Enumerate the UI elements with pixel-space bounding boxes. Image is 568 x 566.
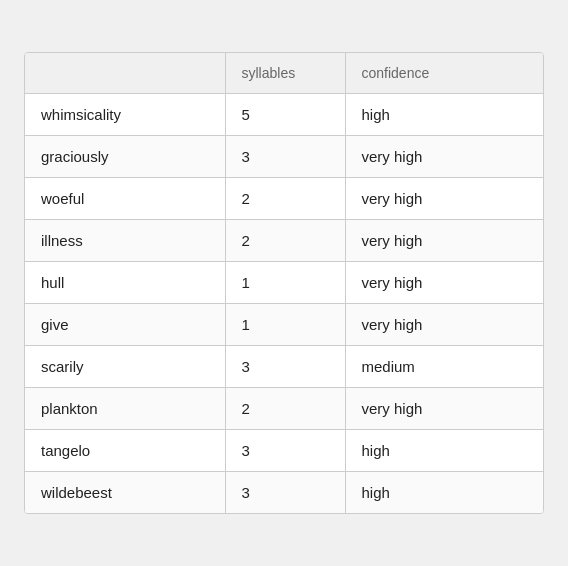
cell-word: give (25, 304, 225, 346)
cell-syllables: 2 (225, 178, 345, 220)
table-row: graciously3very high (25, 136, 543, 178)
cell-syllables: 3 (225, 136, 345, 178)
cell-word: plankton (25, 388, 225, 430)
data-table: syllables confidence whimsicality5highgr… (25, 53, 543, 513)
cell-word: wildebeest (25, 472, 225, 514)
cell-word: scarily (25, 346, 225, 388)
cell-confidence: high (345, 472, 543, 514)
cell-word: tangelo (25, 430, 225, 472)
table-row: woeful2very high (25, 178, 543, 220)
cell-syllables: 5 (225, 94, 345, 136)
main-table-container: syllables confidence whimsicality5highgr… (24, 52, 544, 514)
cell-word: whimsicality (25, 94, 225, 136)
cell-confidence: very high (345, 220, 543, 262)
cell-syllables: 1 (225, 262, 345, 304)
cell-syllables: 1 (225, 304, 345, 346)
cell-word: woeful (25, 178, 225, 220)
header-word (25, 53, 225, 94)
table-row: give1very high (25, 304, 543, 346)
table-row: plankton2very high (25, 388, 543, 430)
table-row: tangelo3high (25, 430, 543, 472)
header-syllables: syllables (225, 53, 345, 94)
cell-syllables: 3 (225, 430, 345, 472)
cell-syllables: 2 (225, 388, 345, 430)
cell-confidence: high (345, 94, 543, 136)
cell-word: hull (25, 262, 225, 304)
cell-word: graciously (25, 136, 225, 178)
table-header: syllables confidence (25, 53, 543, 94)
cell-syllables: 3 (225, 346, 345, 388)
cell-confidence: medium (345, 346, 543, 388)
header-confidence: confidence (345, 53, 543, 94)
table-row: scarily3medium (25, 346, 543, 388)
cell-confidence: very high (345, 262, 543, 304)
cell-word: illness (25, 220, 225, 262)
cell-confidence: very high (345, 178, 543, 220)
table-row: wildebeest3high (25, 472, 543, 514)
cell-confidence: very high (345, 304, 543, 346)
table-body: whimsicality5highgraciously3very highwoe… (25, 94, 543, 514)
table-row: illness2very high (25, 220, 543, 262)
table-row: whimsicality5high (25, 94, 543, 136)
cell-confidence: very high (345, 136, 543, 178)
cell-confidence: very high (345, 388, 543, 430)
cell-syllables: 2 (225, 220, 345, 262)
header-row: syllables confidence (25, 53, 543, 94)
table-row: hull1very high (25, 262, 543, 304)
cell-confidence: high (345, 430, 543, 472)
cell-syllables: 3 (225, 472, 345, 514)
